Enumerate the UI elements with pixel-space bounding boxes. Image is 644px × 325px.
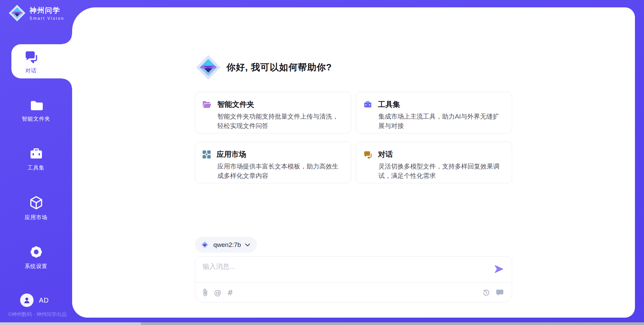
mention-button[interactable]: @ — [214, 288, 221, 297]
card-description: 集成市场上主流工具，助力AI与外界无缝扩展与对接 — [378, 112, 504, 131]
model-diamond-icon — [200, 240, 209, 249]
scrollbar-thumb[interactable] — [0, 322, 141, 325]
app-logo: 神州问学 Smart Vision — [8, 4, 64, 22]
sidebar-item-chat[interactable]: 对话 — [0, 50, 72, 74]
cube-icon — [29, 195, 44, 210]
card-title: 智能文件夹 — [217, 100, 254, 110]
greeting: 你好, 我可以如何帮助你? — [195, 53, 512, 82]
comment-icon — [496, 289, 504, 296]
sidebar-item-label: 系统设置 — [25, 263, 48, 270]
model-name: qwen2:7b — [213, 241, 241, 249]
attach-file-button[interactable] — [202, 288, 208, 297]
gear-icon — [29, 245, 44, 259]
toolbox-icon — [29, 147, 44, 161]
sidebar-item-toolset[interactable]: 工具集 — [0, 147, 72, 172]
copyright-note: ©神州数码 · 神州问学出品 — [8, 311, 66, 318]
card-title: 应用市场 — [217, 149, 246, 159]
user-initials: AD — [39, 297, 49, 304]
card-smart-folder[interactable]: 智能文件夹 智能文件夹功能支持批量文件上传与清洗，轻松实现文件问答 — [195, 92, 351, 133]
message-input[interactable] — [203, 262, 484, 285]
hash-icon: # — [227, 288, 233, 297]
send-button[interactable] — [494, 264, 504, 274]
card-app-market[interactable]: 应用市场 应用市场提供丰富长文本模板，助力高效生成多样化文章内容 — [195, 142, 351, 183]
sidebar-item-label: 工具集 — [28, 165, 45, 172]
grid-icon — [202, 150, 211, 159]
composer-toolbar: @ # — [195, 282, 512, 302]
assistant-diamond-icon — [195, 53, 222, 82]
model-selector[interactable]: qwen2:7b — [195, 237, 257, 253]
sidebar-item-label: 应用市场 — [25, 214, 48, 221]
greeting-title: 你好, 我可以如何帮助你? — [226, 61, 332, 73]
main-content-panel: 你好, 我可以如何帮助你? 智能文件夹 智能文件夹功能支持批量文件上传与清洗，轻… — [72, 7, 635, 318]
chat-icon — [363, 150, 372, 159]
chat-icon — [24, 50, 38, 64]
card-description: 应用市场提供丰富长文本模板，助力高效生成多样化文章内容 — [217, 162, 343, 181]
sidebar-item-app-market[interactable]: 应用市场 — [0, 195, 72, 221]
history-icon — [482, 289, 490, 297]
app-name: 神州问学 — [30, 6, 64, 15]
sidebar-item-label: 智能文件夹 — [22, 116, 50, 123]
folder-icon — [29, 99, 44, 112]
card-description: 智能文件夹功能支持批量文件上传与清洗，轻松实现文件问答 — [217, 112, 343, 131]
history-button[interactable] — [482, 289, 490, 297]
user-account[interactable]: AD — [20, 294, 49, 307]
paperclip-icon — [202, 288, 208, 297]
sidebar-item-smart-folder[interactable]: 智能文件夹 — [0, 99, 72, 123]
at-icon: @ — [214, 288, 221, 297]
folder-icon — [202, 101, 212, 109]
card-toolset[interactable]: 工具集 集成市场上主流工具，助力AI与外界无缝扩展与对接 — [356, 92, 512, 133]
chevron-down-icon — [245, 243, 250, 247]
card-title: 工具集 — [378, 100, 400, 110]
card-description: 灵活切换多模型文件，支持多样回复效果调试，满足个性化需求 — [378, 162, 504, 181]
conversation-button[interactable] — [496, 289, 504, 296]
card-title: 对话 — [378, 149, 393, 159]
avatar — [20, 294, 34, 307]
message-composer: @ # — [195, 256, 512, 303]
horizontal-scrollbar[interactable] — [0, 322, 644, 325]
topic-button[interactable]: # — [227, 288, 233, 297]
brand-diamond-icon — [8, 4, 26, 22]
app-subtitle: Smart Vision — [30, 16, 64, 21]
card-chat[interactable]: 对话 灵活切换多模型文件，支持多样回复效果调试，满足个性化需求 — [356, 142, 512, 183]
feature-cards: 智能文件夹 智能文件夹功能支持批量文件上传与清洗，轻松实现文件问答 工具集 — [195, 92, 512, 183]
user-icon — [23, 296, 31, 304]
sidebar: 神州问学 Smart Vision 对话 智能文件夹 工具集 — [0, 0, 72, 325]
sidebar-item-label: 对话 — [25, 67, 37, 74]
send-icon — [494, 264, 504, 274]
toolbox-icon — [363, 100, 372, 109]
sidebar-item-settings[interactable]: 系统设置 — [0, 245, 72, 270]
